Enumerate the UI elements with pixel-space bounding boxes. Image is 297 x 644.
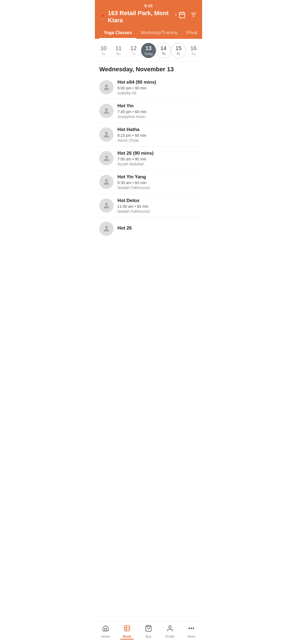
class-item-4[interactable]: Hot 26 (90 mins) 7:00 am • 90 min Azzah …	[95, 147, 202, 170]
svg-point-7	[105, 84, 108, 87]
svg-point-8	[105, 108, 108, 111]
location-pin-icon: 📍	[99, 13, 106, 20]
location-left[interactable]: 📍 163 Retail Park, Mont Kiara ⌄	[99, 10, 178, 24]
class-info-7: Hot 26	[117, 225, 198, 232]
class-info-4: Hot 26 (90 mins) 7:00 am • 90 min Azzah …	[117, 151, 198, 166]
svg-point-9	[105, 132, 108, 135]
date-12[interactable]: 12 Tu	[126, 43, 141, 58]
class-item-3[interactable]: Hot Hatha 8:15 pm • 60 min Aaron Chow	[95, 123, 202, 147]
class-info-2: Hot Yin 7:45 pm • 60 min Josephine Hoon	[117, 103, 198, 119]
date-strip: 10 Su 11 Mo 12 Tu 13 Today 14 Th 15 Fr 1…	[95, 43, 202, 58]
header-icons	[178, 11, 198, 21]
svg-point-12	[105, 203, 108, 206]
svg-point-10	[105, 155, 108, 158]
class-info-3: Hot Hatha 8:15 pm • 60 min Aaron Chow	[117, 127, 198, 143]
avatar-4	[99, 151, 114, 165]
tab-private-session[interactable]: Private Se...	[182, 28, 198, 39]
location-row: 📍 163 Retail Park, Mont Kiara ⌄	[99, 10, 198, 26]
date-picker: 10 Su 11 Mo 12 Tu 13 Today 14 Th 15 Fr 1…	[95, 39, 202, 61]
day-header: Wednesday, November 13	[95, 61, 202, 76]
tab-workshop-training[interactable]: Workshop/Training	[136, 28, 182, 39]
avatar-5	[99, 175, 114, 189]
date-10[interactable]: 10 Su	[96, 43, 111, 58]
class-info-1: Hot e84 (90 mins) 6:00 pm • 90 min Isabe…	[117, 80, 198, 95]
class-item-1[interactable]: Hot e84 (90 mins) 6:00 pm • 90 min Isabe…	[95, 76, 202, 99]
date-16[interactable]: 16 Sa	[186, 43, 201, 58]
category-tabs: Yoga Classes Workshop/Training Private S…	[99, 26, 198, 39]
chevron-down-icon: ⌄	[174, 11, 178, 17]
date-11[interactable]: 11 Mo	[111, 43, 126, 58]
date-15[interactable]: 15 Fr	[171, 43, 186, 58]
tab-yoga-classes[interactable]: Yoga Classes	[99, 28, 136, 39]
class-item-6[interactable]: Hot Detox 11:00 am • 60 min Nadiah Fakhr…	[95, 194, 202, 218]
class-list: Hot e84 (90 mins) 6:00 pm • 90 min Isabe…	[95, 76, 202, 238]
avatar-3	[99, 127, 114, 142]
avatar-2	[99, 104, 114, 118]
avatar-1	[99, 80, 114, 94]
class-info-5: Hot Yin Yang 9:30 am • 60 min Nadiah Fak…	[117, 174, 198, 190]
filter-button[interactable]	[189, 11, 198, 21]
date-13-today[interactable]: 13 Today	[141, 43, 156, 58]
svg-rect-0	[179, 12, 185, 18]
avatar-7	[99, 222, 114, 236]
class-item-7[interactable]: Hot 26	[95, 218, 202, 238]
svg-point-13	[105, 226, 108, 229]
class-info-6: Hot Detox 11:00 am • 60 min Nadiah Fakhr…	[117, 198, 198, 214]
calendar-button[interactable]	[178, 11, 186, 21]
svg-point-11	[105, 179, 108, 182]
class-item-2[interactable]: Hot Yin 7:45 pm • 60 min Josephine Hoon	[95, 99, 202, 123]
avatar-6	[99, 198, 114, 213]
class-item-5[interactable]: Hot Yin Yang 9:30 am • 60 min Nadiah Fak…	[95, 170, 202, 194]
location-text: 163 Retail Park, Mont Kiara	[108, 10, 172, 24]
date-14[interactable]: 14 Th	[156, 43, 171, 58]
status-bar: 5:16	[99, 3, 198, 10]
